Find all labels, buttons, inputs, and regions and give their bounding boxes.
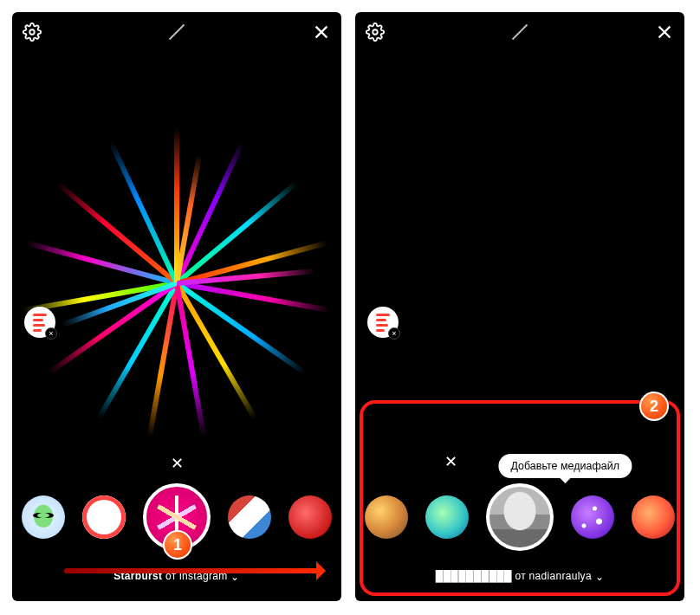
text-sticker-button[interactable]: × — [367, 307, 399, 338]
screenshot-left: × ✕ Starburst от instagram⌄ 1 — [12, 12, 341, 601]
screenshots-container: × ✕ Starburst от instagram⌄ 1 — [0, 0, 700, 613]
filter-red-glow[interactable] — [288, 495, 332, 539]
tooltip-text: Добавьте медиафайл — [510, 460, 619, 472]
filter-purple-hearts[interactable] — [571, 495, 614, 539]
svg-point-1 — [373, 29, 378, 35]
settings-icon[interactable] — [23, 23, 42, 42]
filter-green-blue[interactable] — [425, 495, 469, 539]
dismiss-effect-icon[interactable]: ✕ — [171, 454, 184, 473]
badge-number: 2 — [650, 398, 658, 416]
shutter-button[interactable] — [486, 483, 554, 551]
svg-point-0 — [29, 29, 35, 35]
text-sticker-button[interactable]: × — [24, 307, 55, 338]
screenshot-right: × ✕ Добавьте медиафайл ██████████ от nad… — [355, 12, 684, 601]
sticker-remove-icon[interactable]: × — [388, 327, 400, 340]
effect-attribution[interactable]: ██████████ от nadianraulya⌄ — [355, 570, 684, 582]
effects-carousel[interactable] — [355, 483, 684, 551]
annotation-swipe-arrow — [64, 568, 324, 573]
close-icon[interactable] — [655, 23, 674, 42]
text-lines-icon — [376, 314, 390, 332]
filter-flag[interactable] — [228, 495, 271, 539]
text-lines-icon — [33, 314, 47, 332]
badge-number: 1 — [173, 536, 182, 554]
chevron-down-icon: ⌄ — [595, 571, 604, 583]
settings-icon[interactable] — [366, 23, 385, 42]
effect-name: ██████████ — [436, 570, 512, 582]
annotation-badge-2: 2 — [639, 392, 669, 421]
sticker-remove-icon[interactable]: × — [45, 327, 57, 340]
effect-author: nadianraulya — [529, 570, 592, 582]
filter-alien[interactable] — [22, 495, 65, 539]
annotation-badge-1: 1 — [163, 530, 192, 560]
attribution-separator: от — [512, 570, 529, 582]
filter-warm-sphere[interactable] — [365, 495, 408, 539]
close-icon[interactable] — [312, 23, 331, 42]
filter-superzoom[interactable] — [82, 495, 126, 539]
filter-orange-red[interactable] — [632, 495, 675, 539]
add-media-tooltip[interactable]: Добавьте медиафайл — [498, 454, 632, 478]
dismiss-effect-icon[interactable]: ✕ — [444, 452, 457, 471]
